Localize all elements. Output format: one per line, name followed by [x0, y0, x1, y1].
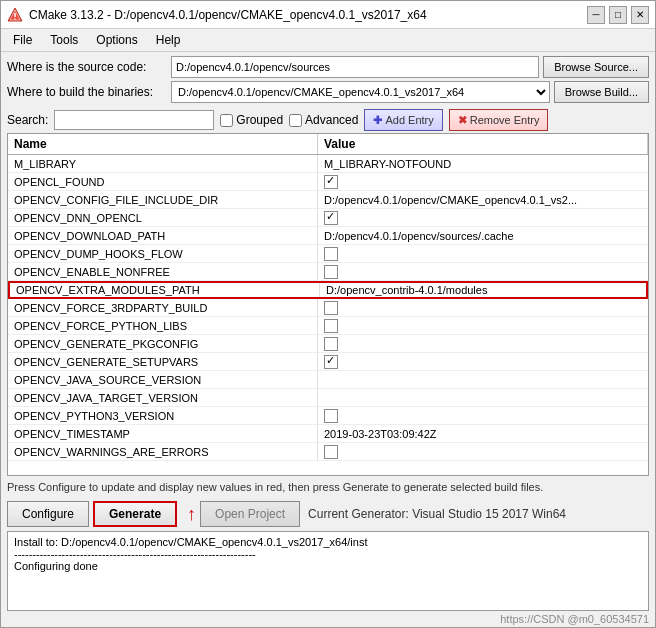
cell-value: D:/opencv_contrib-4.0.1/modules: [320, 283, 646, 297]
table-row[interactable]: OPENCL_FOUND: [8, 173, 648, 191]
action-row: Configure Generate ↑ Open Project Curren…: [1, 497, 655, 531]
watermark: https://CSDN @m0_60534571: [1, 611, 655, 627]
build-path-select[interactable]: D:/opencv4.0.1/opencv/CMAKE_opencv4.0.1_…: [171, 81, 550, 103]
output-area: Install to: D:/opencv4.0.1/opencv/CMAKE_…: [7, 531, 649, 611]
table-row[interactable]: OPENCV_DUMP_HOOKS_FLOW: [8, 245, 648, 263]
cell-value: 2019-03-23T03:09:42Z: [318, 425, 648, 442]
table-row[interactable]: OPENCV_CONFIG_FILE_INCLUDE_DIRD:/opencv4…: [8, 191, 648, 209]
grouped-checkbox[interactable]: [220, 114, 233, 127]
cell-value[interactable]: [318, 209, 648, 226]
checkbox-cell[interactable]: [324, 247, 338, 261]
source-input[interactable]: [171, 56, 539, 78]
cell-value: D:/opencv4.0.1/opencv/CMAKE_opencv4.0.1_…: [318, 191, 648, 208]
main-window: CMake 3.13.2 - D:/opencv4.0.1/opencv/CMA…: [0, 0, 656, 628]
output-line-2: ----------------------------------------…: [14, 548, 642, 560]
source-row: Where is the source code: Browse Source.…: [7, 56, 649, 78]
cell-name: OPENCV_ENABLE_NONFREE: [8, 263, 318, 280]
cell-value[interactable]: [318, 407, 648, 424]
table-row[interactable]: OPENCV_JAVA_TARGET_VERSION: [8, 389, 648, 407]
menu-tools[interactable]: Tools: [42, 31, 86, 49]
cell-name: OPENCV_JAVA_TARGET_VERSION: [8, 389, 318, 406]
table-row[interactable]: OPENCV_JAVA_SOURCE_VERSION: [8, 371, 648, 389]
configure-button[interactable]: Configure: [7, 501, 89, 527]
table-row[interactable]: OPENCV_ENABLE_NONFREE: [8, 263, 648, 281]
cell-value[interactable]: [318, 335, 648, 352]
table-row[interactable]: OPENCV_FORCE_PYTHON_LIBS: [8, 317, 648, 335]
browse-source-button[interactable]: Browse Source...: [543, 56, 649, 78]
cmake-table: Name Value M_LIBRARYM_LIBRARY-NOTFOUNDOP…: [7, 133, 649, 476]
table-row[interactable]: OPENCV_WARNINGS_ARE_ERRORS: [8, 443, 648, 461]
plus-icon: ✚: [373, 114, 382, 127]
checkbox-cell[interactable]: [324, 445, 338, 459]
cell-value: D:/opencv4.0.1/opencv/sources/.cache: [318, 227, 648, 244]
cell-value[interactable]: [318, 353, 648, 370]
generate-button[interactable]: Generate: [93, 501, 177, 527]
advanced-checkbox[interactable]: [289, 114, 302, 127]
advanced-checkbox-label[interactable]: Advanced: [289, 113, 358, 127]
table-row[interactable]: OPENCV_DOWNLOAD_PATHD:/opencv4.0.1/openc…: [8, 227, 648, 245]
checkbox-cell[interactable]: [324, 337, 338, 351]
cell-name: OPENCV_GENERATE_SETUPVARS: [8, 353, 318, 370]
cell-value[interactable]: [318, 299, 648, 316]
cell-name: OPENCV_FORCE_3RDPARTY_BUILD: [8, 299, 318, 316]
table-row[interactable]: OPENCV_FORCE_3RDPARTY_BUILD: [8, 299, 648, 317]
search-row: Search: Grouped Advanced ✚ Add Entry ✖ R…: [1, 107, 655, 133]
cell-name: OPENCV_EXTRA_MODULES_PATH: [10, 283, 320, 297]
table-row[interactable]: OPENCV_GENERATE_PKGCONFIG: [8, 335, 648, 353]
cell-name: OPENCV_PYTHON3_VERSION: [8, 407, 318, 424]
cell-value[interactable]: [318, 245, 648, 262]
cell-value[interactable]: [318, 317, 648, 334]
browse-build-button[interactable]: Browse Build...: [554, 81, 649, 103]
cell-name: OPENCV_TIMESTAMP: [8, 425, 318, 442]
close-button[interactable]: ✕: [631, 6, 649, 24]
menu-help[interactable]: Help: [148, 31, 189, 49]
table-row[interactable]: OPENCV_GENERATE_SETUPVARS: [8, 353, 648, 371]
table-row[interactable]: M_LIBRARYM_LIBRARY-NOTFOUND: [8, 155, 648, 173]
form-area: Where is the source code: Browse Source.…: [1, 52, 655, 107]
arrow-indicator: ↑: [187, 504, 196, 525]
build-row: Where to build the binaries: D:/opencv4.…: [7, 81, 649, 103]
remove-entry-button[interactable]: ✖ Remove Entry: [449, 109, 549, 131]
checkbox-cell[interactable]: [324, 175, 338, 189]
table-row[interactable]: OPENCV_TIMESTAMP2019-03-23T03:09:42Z: [8, 425, 648, 443]
status-text: Press Configure to update and display ne…: [7, 481, 543, 493]
cell-name: OPENCV_DNN_OPENCL: [8, 209, 318, 226]
th-name: Name: [8, 134, 318, 154]
window-title: CMake 3.13.2 - D:/opencv4.0.1/opencv/CMA…: [29, 8, 427, 22]
table-row[interactable]: OPENCV_EXTRA_MODULES_PATHD:/opencv_contr…: [8, 281, 648, 299]
open-project-button[interactable]: Open Project: [200, 501, 300, 527]
menu-file[interactable]: File: [5, 31, 40, 49]
search-input[interactable]: [54, 110, 214, 130]
title-bar: CMake 3.13.2 - D:/opencv4.0.1/opencv/CMA…: [1, 1, 655, 29]
checkbox-cell[interactable]: [324, 409, 338, 423]
maximize-button[interactable]: □: [609, 6, 627, 24]
table-body: M_LIBRARYM_LIBRARY-NOTFOUNDOPENCL_FOUNDO…: [8, 155, 648, 461]
checkbox-cell[interactable]: [324, 265, 338, 279]
cell-name: OPENCV_DOWNLOAD_PATH: [8, 227, 318, 244]
cell-value[interactable]: [318, 173, 648, 190]
minimize-button[interactable]: ─: [587, 6, 605, 24]
cell-value[interactable]: [318, 443, 648, 460]
checkbox-cell[interactable]: [324, 211, 338, 225]
checkbox-cell[interactable]: [324, 355, 338, 369]
output-line-1: Install to: D:/opencv4.0.1/opencv/CMAKE_…: [14, 536, 642, 548]
cell-value[interactable]: [318, 263, 648, 280]
table-row[interactable]: OPENCV_PYTHON3_VERSION: [8, 407, 648, 425]
menu-options[interactable]: Options: [88, 31, 145, 49]
cell-value: [318, 371, 648, 388]
table-row[interactable]: OPENCV_DNN_OPENCL: [8, 209, 648, 227]
cell-name: OPENCL_FOUND: [8, 173, 318, 190]
title-bar-left: CMake 3.13.2 - D:/opencv4.0.1/opencv/CMA…: [7, 7, 427, 23]
window-controls[interactable]: ─ □ ✕: [587, 6, 649, 24]
checkbox-cell[interactable]: [324, 319, 338, 333]
cell-name: OPENCV_WARNINGS_ARE_ERRORS: [8, 443, 318, 460]
generator-label: Current Generator: Visual Studio 15 2017…: [308, 507, 566, 521]
search-label: Search:: [7, 113, 48, 127]
build-label: Where to build the binaries:: [7, 85, 167, 99]
cell-name: OPENCV_FORCE_PYTHON_LIBS: [8, 317, 318, 334]
cell-name: OPENCV_DUMP_HOOKS_FLOW: [8, 245, 318, 262]
add-entry-button[interactable]: ✚ Add Entry: [364, 109, 442, 131]
cell-name: M_LIBRARY: [8, 155, 318, 172]
grouped-checkbox-label[interactable]: Grouped: [220, 113, 283, 127]
checkbox-cell[interactable]: [324, 301, 338, 315]
